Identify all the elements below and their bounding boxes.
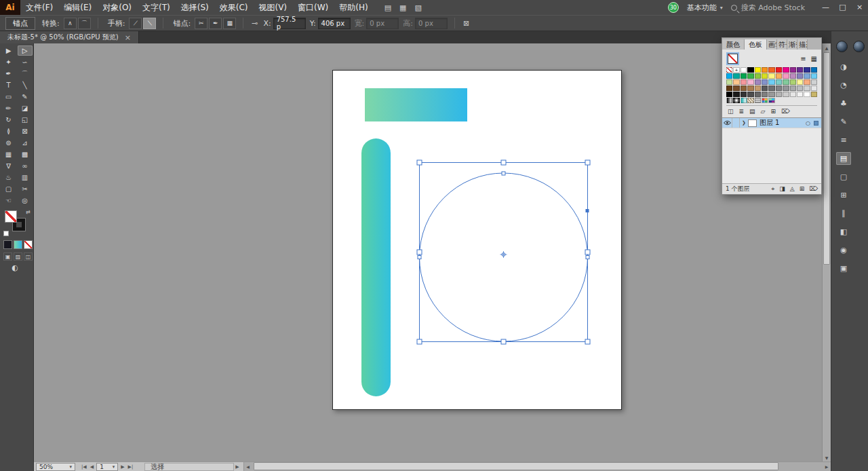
document-grid-icon[interactable]: ▦ xyxy=(399,3,406,12)
blend-tool[interactable]: ∞ xyxy=(18,161,33,171)
draw-behind-icon[interactable]: ▨ xyxy=(14,252,22,261)
swatch[interactable] xyxy=(783,79,789,85)
swatch[interactable] xyxy=(733,79,739,85)
selection-handle-sw[interactable] xyxy=(417,339,422,344)
selection-handle-e[interactable] xyxy=(585,250,590,255)
selection-handle-se[interactable] xyxy=(585,339,590,344)
stroke-panel-icon[interactable]: ≡ xyxy=(836,134,851,147)
swatch[interactable] xyxy=(811,67,817,73)
swatch[interactable] xyxy=(733,73,739,79)
swatch[interactable] xyxy=(755,86,761,91)
draw-normal-icon[interactable]: ▣ xyxy=(3,252,12,261)
swatch[interactable] xyxy=(768,92,774,97)
swatch[interactable] xyxy=(726,79,732,85)
horizontal-scroll-thumb[interactable] xyxy=(254,462,778,470)
disclosure-arrow-icon[interactable]: ❯ xyxy=(740,120,748,126)
make-clipping-mask-icon[interactable]: ◨ xyxy=(779,185,785,193)
zoom-level-select[interactable]: 50% ▾ xyxy=(36,463,75,471)
eraser-tool[interactable]: ◪ xyxy=(18,103,33,113)
swatch[interactable] xyxy=(747,86,753,91)
pencil-tool[interactable]: ✏ xyxy=(1,103,16,113)
color-panel-icon[interactable]: ◑ xyxy=(836,60,851,73)
swatch[interactable] xyxy=(747,73,753,79)
swatch[interactable] xyxy=(741,67,747,73)
column-graph-tool[interactable]: ▥ xyxy=(18,172,33,183)
shape-builder-tool[interactable]: ⊚ xyxy=(1,138,16,148)
anchor-point-selected[interactable] xyxy=(586,209,589,212)
swatch[interactable] xyxy=(790,73,796,79)
layer-row[interactable]: ❯ 图层 1 ○ xyxy=(722,118,821,128)
close-button[interactable]: × xyxy=(851,0,868,15)
swatch[interactable] xyxy=(726,86,732,91)
scroll-up-icon[interactable]: ▲ xyxy=(823,43,831,52)
gradient-tool[interactable]: ▩ xyxy=(18,149,33,159)
swatch[interactable] xyxy=(768,79,774,85)
symbol-sprayer-tool[interactable]: ♨ xyxy=(1,172,16,183)
tab-color[interactable]: 颜色 xyxy=(722,39,745,50)
screen-layout-icon[interactable]: ▧ xyxy=(414,3,421,12)
swatch-options-icon[interactable]: ▤ xyxy=(749,108,755,115)
swatch[interactable] xyxy=(762,86,768,91)
layers-panel-icon[interactable]: ▤ xyxy=(836,152,851,165)
zoom-tool[interactable]: ◎ xyxy=(18,195,33,206)
scroll-left-icon[interactable]: ◀ xyxy=(244,464,252,469)
maximize-button[interactable]: □ xyxy=(834,0,851,15)
swatch[interactable] xyxy=(741,86,747,91)
swatch[interactable] xyxy=(776,86,782,91)
swatch[interactable] xyxy=(804,73,810,79)
anchor-point-left[interactable] xyxy=(418,256,421,259)
document-tab[interactable]: 未标题-5* @ 50% (RGB/GPU 预览) × xyxy=(0,31,139,43)
document-canvas[interactable]: ▲ ▼ xyxy=(34,43,831,461)
anchor-point-top[interactable] xyxy=(502,172,505,175)
tab-symbols[interactable]: 符号 xyxy=(777,39,787,50)
artboard-tool[interactable]: ▢ xyxy=(1,184,16,194)
prev-artboard-button[interactable]: ◀ xyxy=(90,464,94,470)
swatch[interactable] xyxy=(747,67,753,73)
swatch[interactable] xyxy=(790,79,796,85)
transform-panel-icon[interactable]: ⊞ xyxy=(836,189,851,202)
menu-item[interactable]: 文件(F) xyxy=(20,0,58,15)
selection-handle-nw[interactable] xyxy=(417,160,422,165)
new-color-group-icon[interactable]: ▱ xyxy=(761,108,766,115)
scale-tool[interactable]: ◱ xyxy=(18,115,33,125)
graphic-styles-panel-icon[interactable]: ▣ xyxy=(836,262,851,275)
pen-tool[interactable]: ✒ xyxy=(1,69,16,79)
hand-tool[interactable]: ☜ xyxy=(1,195,16,206)
new-sublayer-icon[interactable]: ◬ xyxy=(790,185,795,193)
menu-item[interactable]: 选择(S) xyxy=(176,0,214,15)
selection-handle-ne[interactable] xyxy=(585,160,590,165)
line-segment-tool[interactable]: ╲ xyxy=(18,80,33,90)
swatch-pat-lines[interactable] xyxy=(747,98,753,103)
swatch[interactable] xyxy=(804,67,810,73)
swatch[interactable] xyxy=(733,92,739,97)
swatch[interactable] xyxy=(811,79,817,85)
fill-stroke-control[interactable]: ⇄ xyxy=(5,210,29,235)
curvature-tool[interactable]: ⌒ xyxy=(18,69,33,79)
next-artboard-button[interactable]: ▶ xyxy=(120,464,125,470)
color-button[interactable] xyxy=(3,240,12,249)
x-input[interactable]: 757.5 p xyxy=(273,18,306,29)
app-logo[interactable]: Ai xyxy=(0,0,20,15)
last-artboard-button[interactable]: ▶| xyxy=(127,464,134,470)
symbols-panel-icon[interactable]: ♣ xyxy=(836,97,851,110)
swatch-grad-radial[interactable] xyxy=(733,98,739,103)
swatch[interactable] xyxy=(762,92,768,97)
swatch[interactable] xyxy=(768,73,774,79)
selection-tool[interactable]: ▶ xyxy=(1,45,16,56)
swatch[interactable] xyxy=(797,86,803,91)
status-menu-arrow-icon[interactable]: ▶ xyxy=(235,464,239,470)
swatch[interactable] xyxy=(762,73,768,79)
perspective-grid-tool[interactable]: ⊿ xyxy=(18,138,33,148)
swatch[interactable] xyxy=(811,92,817,97)
free-transform-icon[interactable]: ⊠ xyxy=(462,19,471,28)
default-fill-stroke-icon[interactable] xyxy=(3,231,9,236)
swatch[interactable] xyxy=(804,79,810,85)
anchor-point-right[interactable] xyxy=(586,256,589,259)
layer-name[interactable]: 图层 1 xyxy=(760,118,780,128)
change-screen-mode-icon[interactable]: ◐ xyxy=(12,263,18,272)
swatch[interactable] xyxy=(797,79,803,85)
swatch[interactable] xyxy=(762,79,768,85)
type-tool[interactable]: T xyxy=(1,80,16,90)
swatch[interactable] xyxy=(783,73,789,79)
swatch[interactable] xyxy=(776,79,782,85)
